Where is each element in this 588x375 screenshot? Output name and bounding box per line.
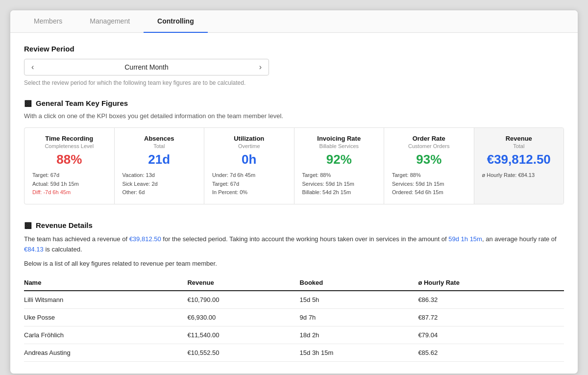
cell-name: Uke Posse xyxy=(24,308,187,326)
table-row: Lilli Witsmann€10,790.0015d 5h€86.32 xyxy=(24,291,564,309)
cell-name: Carla Fröhlich xyxy=(24,326,187,344)
table-header-row: Name Revenue Booked ø Hourly Rate xyxy=(24,275,564,291)
col-revenue: Revenue xyxy=(187,275,299,291)
cell-hourly_rate: €86.32 xyxy=(418,291,564,309)
table-row: Carla Fröhlich€11,540.0018d 2h€79.04 xyxy=(24,326,564,344)
kpi-title-time-recording: Time Recording xyxy=(32,135,106,142)
revenue-table: Name Revenue Booked ø Hourly Rate Lilli … xyxy=(24,275,564,362)
hourly-rate-link[interactable]: €84.13 xyxy=(24,246,44,253)
cell-booked: 15d 3h 15m xyxy=(300,344,418,361)
main-content: Review Period ‹ Current Month › Select t… xyxy=(10,33,578,374)
period-navigator: ‹ Current Month › xyxy=(24,59,269,75)
kpi-title-utilization: Utilization xyxy=(212,135,286,142)
kpi-value-utilization: 0h xyxy=(212,152,286,167)
revenue-section-title: ▩ Revenue Details xyxy=(24,220,564,230)
kpi-detail-order-rate: Target: 88% Services: 59d 1h 15m Ordered… xyxy=(392,171,466,197)
kpi-grid: Time Recording Completeness Level 88% Ta… xyxy=(24,127,564,204)
cell-booked: 9d 7h xyxy=(300,308,418,326)
kpi-card-utilization[interactable]: Utilization Overtime 0h Under: 7d 6h 45m… xyxy=(204,128,294,204)
col-hourly-rate: ø Hourly Rate xyxy=(418,275,564,291)
table-row: Uke Posse€6,930.009d 7h€87.72 xyxy=(24,308,564,326)
kpi-subtitle-time-recording: Completeness Level xyxy=(32,143,106,149)
tab-bar: Members Management Controlling xyxy=(10,10,578,33)
revenue-bar-icon: ▩ xyxy=(24,220,32,230)
kpi-subtitle-invoicing-rate: Billable Services xyxy=(302,143,376,149)
tab-management[interactable]: Management xyxy=(76,10,144,33)
kpi-card-time-recording[interactable]: Time Recording Completeness Level 88% Ta… xyxy=(24,128,115,204)
cell-revenue: €10,552.50 xyxy=(187,344,299,361)
kpi-value-time-recording: 88% xyxy=(32,152,106,167)
kpi-value-invoicing-rate: 92% xyxy=(302,152,376,167)
tab-controlling[interactable]: Controlling xyxy=(144,10,208,33)
cell-name: Lilli Witsmann xyxy=(24,291,187,309)
kpi-card-absences[interactable]: Absences Total 21d Vacation: 13d Sick Le… xyxy=(115,128,205,204)
kpi-section-title: ▩ General Team Key Figures xyxy=(24,98,564,108)
kpi-detail-invoicing-rate: Target: 88% Services: 59d 1h 15m Billabl… xyxy=(302,171,376,197)
kpi-detail-revenue: ø Hourly Rate: €84.13 xyxy=(482,171,556,180)
period-prev-button[interactable]: ‹ xyxy=(24,59,41,75)
kpi-card-revenue[interactable]: Revenue Total €39,812.50 ø Hourly Rate: … xyxy=(474,128,564,204)
kpi-subtitle-absences: Total xyxy=(122,143,196,149)
review-period-title: Review Period xyxy=(24,45,564,53)
bar-chart-icon: ▩ xyxy=(24,98,32,108)
kpi-description: With a click on one of the KPI boxes you… xyxy=(24,112,564,120)
period-hint: Select the review period for which the f… xyxy=(24,79,564,86)
hours-link[interactable]: 59d 1h 15m xyxy=(448,235,482,243)
tab-members[interactable]: Members xyxy=(20,10,76,33)
cell-revenue: €10,790.00 xyxy=(187,291,299,309)
kpi-detail-time-recording: Target: 67d Actual: 59d 1h 15m Diff: -7d… xyxy=(32,171,106,197)
cell-hourly_rate: €87.72 xyxy=(418,308,564,326)
cell-revenue: €11,540.00 xyxy=(187,326,299,344)
kpi-subtitle-utilization: Overtime xyxy=(212,143,286,149)
kpi-value-order-rate: 93% xyxy=(392,152,466,167)
kpi-card-order-rate[interactable]: Order Rate Customer Orders 93% Target: 8… xyxy=(384,128,474,204)
cell-revenue: €6,930.00 xyxy=(187,308,299,326)
kpi-value-absences: 21d xyxy=(122,152,196,167)
revenue-link[interactable]: €39,812.50 xyxy=(129,235,161,243)
table-row: Andreas Austing€10,552.5015d 3h 15m€85.6… xyxy=(24,344,564,361)
main-window: Members Management Controlling Review Pe… xyxy=(10,10,578,374)
cell-hourly_rate: €79.04 xyxy=(418,326,564,344)
cell-name: Andreas Austing xyxy=(24,344,187,361)
col-booked: Booked xyxy=(300,275,418,291)
period-label: Current Month xyxy=(41,59,252,75)
period-next-button[interactable]: › xyxy=(252,59,269,75)
kpi-value-revenue: €39,812.50 xyxy=(482,152,556,167)
revenue-description: The team has achieved a revenue of €39,8… xyxy=(24,234,564,255)
kpi-title-order-rate: Order Rate xyxy=(392,135,466,142)
table-description: Below is a list of all key figures relat… xyxy=(24,260,564,267)
col-name: Name xyxy=(24,275,187,291)
kpi-title-revenue: Revenue xyxy=(482,135,556,142)
kpi-subtitle-revenue: Total xyxy=(482,143,556,149)
kpi-detail-utilization: Under: 7d 6h 45m Target: 67d In Percent:… xyxy=(212,171,286,197)
kpi-title-absences: Absences xyxy=(122,135,196,142)
cell-booked: 15d 5h xyxy=(300,291,418,309)
kpi-subtitle-order-rate: Customer Orders xyxy=(392,143,466,149)
cell-booked: 18d 2h xyxy=(300,326,418,344)
cell-hourly_rate: €85.62 xyxy=(418,344,564,361)
kpi-title-invoicing-rate: Invoicing Rate xyxy=(302,135,376,142)
kpi-detail-absences: Vacation: 13d Sick Leave: 2d Other: 6d xyxy=(122,171,196,197)
kpi-card-invoicing-rate[interactable]: Invoicing Rate Billable Services 92% Tar… xyxy=(294,128,385,204)
